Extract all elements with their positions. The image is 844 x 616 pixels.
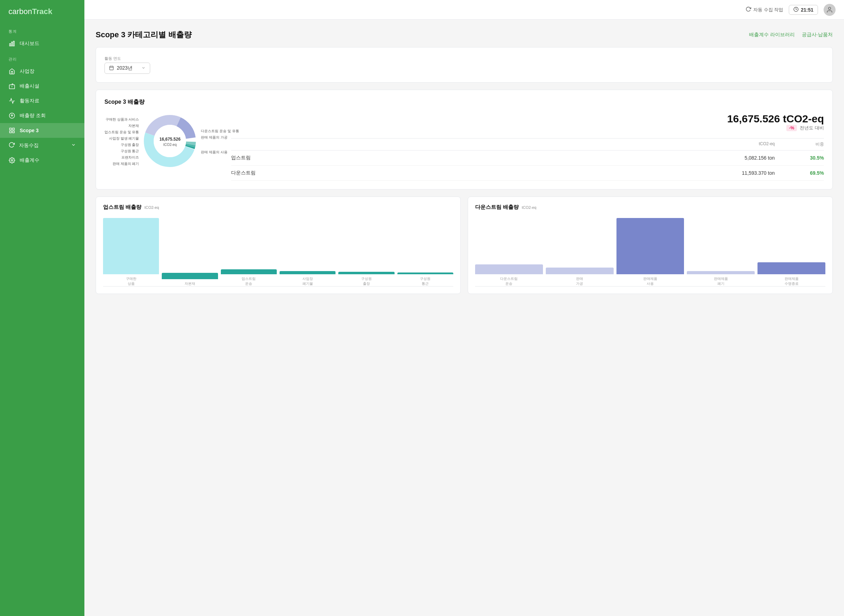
svg-rect-0 (9, 44, 10, 46)
label-product-use: 판매 제품의 사용 (201, 150, 239, 155)
calendar-icon (109, 65, 114, 71)
svg-point-12 (829, 7, 831, 9)
label-upstream-transport: 업스트림 운송 및 유통 (104, 130, 139, 135)
page-title: Scope 3 카테고리별 배출량 (95, 29, 192, 40)
svg-rect-13 (110, 66, 114, 70)
bar-label: 자본재 (185, 281, 195, 286)
left-labels: 구매한 상품과 서비스 자본재 업스트림 운송 및 유통 사업장 발생 폐기물 … (104, 117, 139, 166)
bar (757, 262, 825, 274)
app-logo: carbonTrack (0, 0, 84, 23)
sync-icon (746, 6, 751, 13)
bar (338, 272, 394, 274)
sidebar-item-business-label: 사업장 (20, 68, 34, 75)
sidebar-item-emission-factor[interactable]: 배출계수 (0, 153, 84, 168)
donut-svg-wrap: 16,675.526 tCO2-eq (142, 113, 198, 170)
upstream-pct: 30.5% (775, 155, 824, 161)
year-selector-wrap: 활동 연도 2023년 (104, 56, 824, 74)
sidebar-item-business[interactable]: 사업장 (0, 64, 84, 79)
supplier-link[interactable]: 공급사·납품처 (802, 32, 833, 38)
header-time-display: 21:51 (789, 5, 818, 15)
bar-group: 판매 가공 (546, 268, 614, 286)
upstream-chart-title: 업스트림 배출량 (103, 204, 141, 210)
sidebar-item-scope3[interactable]: Scope 3 (0, 123, 84, 138)
sidebar-item-dashboard[interactable]: 대시보드 (0, 36, 84, 51)
bar-group: 사업장 폐기물 (280, 271, 336, 286)
col-header-ratio: 비중 (775, 141, 824, 147)
bar-group: 구성원 출장 (338, 272, 394, 286)
bar (280, 271, 336, 274)
bar-group: 판매제품 사용 (616, 218, 684, 286)
auto-collect-label: 자동 수집 작업 (753, 7, 783, 13)
downstream-chart-title-row: 다운스트림 배출량 tCO2-eq (475, 204, 825, 211)
scope3-table-header: tCO2-eq 비중 (231, 139, 824, 151)
sidebar-item-activity-data-label: 활동자료 (20, 98, 40, 104)
page-header: Scope 3 카테고리별 배출량 배출계수 라이브러리 공급사·납품처 (95, 29, 833, 40)
bar (397, 273, 453, 274)
donut-container: 구매한 상품과 서비스 자본재 업스트림 운송 및 유통 사업장 발생 폐기물 … (104, 113, 217, 170)
sidebar-item-emission-facility[interactable]: 배출시설 (0, 79, 84, 94)
header: 자동 수집 작업 21:51 (84, 0, 844, 20)
sidebar-item-activity-data[interactable]: 활동자료 (0, 94, 84, 108)
auto-collect-status: 자동 수집 작업 (746, 6, 783, 13)
sidebar-item-scope3-label: Scope 3 (20, 128, 39, 133)
scope3-row-downstream: 다운스트림 11,593.370 ton 69.5% (231, 166, 824, 181)
logo-carbon: carbon (9, 7, 32, 16)
bar (162, 273, 218, 279)
year-selector-card: 활동 연도 2023년 (95, 47, 833, 83)
sidebar-item-emission-inquiry[interactable]: 배출량 조회 (0, 108, 84, 123)
bar-group: 판매제품 폐기 (687, 271, 754, 286)
year-selector-label: 활동 연도 (104, 56, 824, 61)
bar-group: 다운스트림 운송 (475, 264, 543, 286)
upstream-chart-title-row: 업스트림 배출량 tCO2-eq (103, 204, 453, 211)
label-waste: 사업장 발생 폐기물 (104, 136, 139, 141)
label-purchased-goods: 구매한 상품과 서비스 (104, 117, 139, 122)
bar-group: 업스트림 운송 (221, 269, 277, 286)
activity-icon (9, 97, 15, 104)
label-commute: 구성원 통근 (104, 149, 139, 154)
scope3-row-upstream: 업스트림 5,082.156 ton 30.5% (231, 151, 824, 166)
page-content: Scope 3 카테고리별 배출량 배출계수 라이브러리 공급사·납품처 활동 … (84, 20, 844, 616)
total-value: 16,675.526 tCO2-eq (231, 113, 824, 125)
main-content: 자동 수집 작업 21:51 Scope 3 카테고리별 배출량 배출계수 라이… (84, 0, 844, 616)
sidebar-item-auto-collect[interactable]: 자동수집 (0, 138, 84, 153)
year-value: 2023년 (117, 65, 132, 71)
sidebar-item-dashboard-label: 대시보드 (20, 40, 40, 47)
upstream-chart-unit: tCO2-eq (145, 205, 159, 210)
donut-center-value: 16,675.526 (159, 137, 181, 142)
right-labels: 다운스트림 운송 및 유통 판매 제품의 가공 판매 제품의 사용 (201, 129, 239, 155)
bar-group: 판매제품 수명종료 (757, 262, 825, 286)
downstream-bar-chart: 다운스트림 운송판매 가공판매제품 사용판매제품 폐기판매제품 수명종료 (475, 216, 825, 286)
year-selector[interactable]: 2023년 (104, 63, 150, 74)
sidebar-item-auto-collect-label: 자동수집 (19, 142, 39, 149)
svg-rect-6 (9, 128, 11, 130)
bar (221, 269, 277, 274)
avatar[interactable] (823, 4, 835, 16)
refresh-icon (9, 142, 15, 149)
label-downstream-transport: 다운스트림 운송 및 유통 (201, 129, 239, 133)
section-manage-label: 관리 (0, 51, 84, 64)
bar-label: 판매제품 사용 (643, 276, 657, 286)
bar (103, 218, 159, 274)
label-spacer (201, 141, 239, 148)
bar-label: 판매제품 수명종료 (785, 276, 798, 286)
clock-icon (793, 7, 798, 13)
yoy-label: 전년도 대비 (800, 125, 824, 131)
donut-wrap: 구매한 상품과 서비스 자본재 업스트림 운송 및 유통 사업장 발생 폐기물 … (104, 113, 217, 170)
factory-icon (9, 83, 15, 89)
page-header-links: 배출계수 라이브러리 공급사·납품처 (749, 32, 833, 38)
scope3-right-panel: 16,675.526 tCO2-eq -% 전년도 대비 tCO2-eq 비중 … (231, 113, 824, 181)
label-business-travel: 구성원 출장 (104, 142, 139, 147)
upstream-value: 5,082.156 ton (725, 155, 775, 161)
bar-label: 다운스트림 운송 (500, 276, 518, 286)
bar-label: 업스트림 운송 (242, 276, 256, 286)
downstream-label: 다운스트림 (231, 170, 725, 176)
bar-label: 구성원 출장 (361, 276, 372, 286)
chevron-down-icon (71, 142, 76, 148)
logo-track: Track (32, 7, 52, 16)
bar-label: 구매한 상품 (126, 276, 137, 286)
donut-center-unit: tCO2-eq (159, 142, 181, 147)
downstream-chart-unit: tCO2-eq (522, 205, 537, 210)
yoy-badge: -% (786, 125, 797, 131)
bottom-charts: 업스트림 배출량 tCO2-eq 구매한 상품자본재업스트림 운송사업장 폐기물… (95, 197, 833, 294)
emission-library-link[interactable]: 배출계수 라이브러리 (749, 32, 795, 38)
